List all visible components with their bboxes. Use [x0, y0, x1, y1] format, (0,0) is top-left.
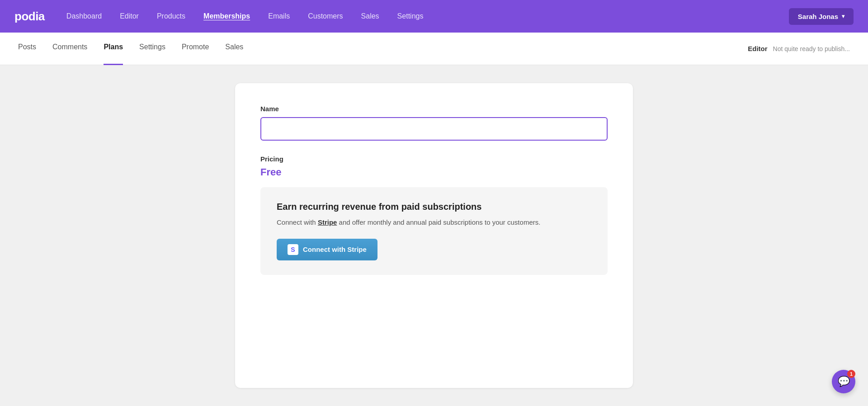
tab-promote[interactable]: Promote	[182, 33, 209, 65]
connect-stripe-label: Connect with Stripe	[303, 245, 367, 253]
stripe-box-desc: Connect with Stripe and offer monthly an…	[277, 217, 591, 228]
name-label: Name	[260, 105, 608, 113]
chat-bubble[interactable]: 💬 1	[832, 370, 855, 393]
tab-sales[interactable]: Sales	[225, 33, 243, 65]
tab-posts[interactable]: Posts	[18, 33, 36, 65]
tab-settings[interactable]: Settings	[139, 33, 165, 65]
editor-label[interactable]: Editor	[748, 45, 767, 52]
chat-badge: 1	[847, 370, 855, 378]
main-card: Name Pricing Free Earn recurring revenue…	[235, 83, 633, 388]
tab-plans[interactable]: Plans	[104, 33, 123, 65]
nav-links: Dashboard Editor Products Memberships Em…	[66, 12, 789, 20]
pricing-section: Pricing Free Earn recurring revenue from…	[260, 155, 608, 275]
connect-stripe-button[interactable]: S Connect with Stripe	[277, 239, 377, 260]
stripe-box: Earn recurring revenue from paid subscri…	[260, 187, 608, 275]
nav-products[interactable]: Products	[157, 12, 185, 20]
nav-settings[interactable]: Settings	[397, 12, 424, 20]
nav-customers[interactable]: Customers	[308, 12, 343, 20]
user-name: Sarah Jonas	[798, 13, 838, 20]
nav-sales[interactable]: Sales	[361, 12, 379, 20]
nav-emails[interactable]: Emails	[268, 12, 290, 20]
user-menu-button[interactable]: Sarah Jonas ▾	[789, 8, 854, 25]
page-content: Name Pricing Free Earn recurring revenue…	[0, 65, 868, 406]
top-nav: podia Dashboard Editor Products Membersh…	[0, 0, 868, 33]
pricing-label: Pricing	[260, 155, 608, 163]
desc-prefix: Connect with	[277, 218, 318, 226]
not-ready-text: Not quite ready to publish...	[773, 45, 850, 52]
desc-suffix: and offer monthly and annual paid subscr…	[337, 218, 540, 226]
chevron-down-icon: ▾	[842, 13, 844, 19]
logo[interactable]: podia	[14, 9, 45, 24]
nav-editor[interactable]: Editor	[120, 12, 139, 20]
stripe-box-title: Earn recurring revenue from paid subscri…	[277, 202, 591, 212]
tab-comments[interactable]: Comments	[52, 33, 87, 65]
nav-dashboard[interactable]: Dashboard	[66, 12, 102, 20]
name-input[interactable]	[260, 117, 608, 141]
sub-nav-right: Editor Not quite ready to publish...	[748, 45, 850, 52]
stripe-link[interactable]: Stripe	[318, 218, 337, 226]
free-price-text: Free	[260, 166, 608, 178]
stripe-s-icon: S	[288, 244, 298, 255]
sub-nav-links: Posts Comments Plans Settings Promote Sa…	[18, 33, 748, 65]
sub-nav: Posts Comments Plans Settings Promote Sa…	[0, 33, 868, 65]
nav-memberships[interactable]: Memberships	[203, 12, 250, 20]
chat-icon: 💬	[838, 376, 850, 387]
